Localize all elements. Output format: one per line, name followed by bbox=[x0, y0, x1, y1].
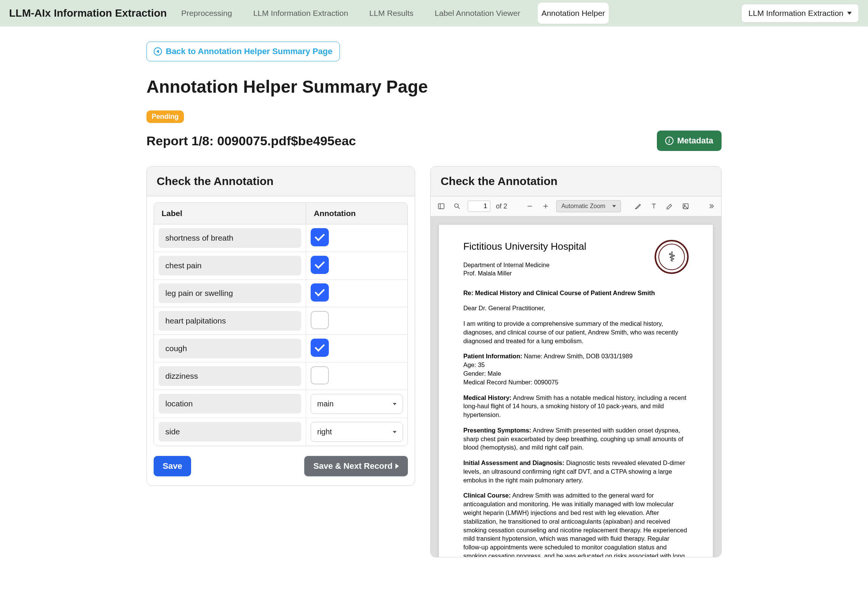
table-row: heart palpitations bbox=[154, 307, 408, 335]
svg-rect-0 bbox=[439, 204, 444, 208]
report-row: Report 1/8: 0090075.pdf$be495eac i Metad… bbox=[146, 131, 722, 151]
page-content: Back to Annotation Helper Summary Page A… bbox=[71, 26, 797, 580]
patient-info-block: Patient Information: Name: Andrew Smith,… bbox=[463, 352, 689, 386]
page-title: Annotation Helper Summary Page bbox=[146, 76, 722, 97]
table-row: cough bbox=[154, 335, 408, 362]
nav-item-llm-results[interactable]: LLM Results bbox=[366, 3, 417, 24]
app-title: LLM-AIx Information Extraction bbox=[9, 7, 167, 19]
search-icon[interactable] bbox=[452, 201, 462, 212]
salutation: Dear Dr. General Practitioner, bbox=[463, 304, 689, 313]
save-button[interactable]: Save bbox=[154, 456, 191, 476]
pdf-viewport[interactable]: Fictitious University Hospital Departmen… bbox=[431, 216, 721, 557]
department-name: Department of Internal Medicine bbox=[463, 261, 586, 269]
re-line: Re: Medical History and Clinical Course … bbox=[463, 289, 655, 296]
save-next-button[interactable]: Save & Next Record bbox=[304, 456, 408, 476]
more-tools-icon[interactable] bbox=[705, 201, 716, 212]
check-icon bbox=[315, 286, 325, 297]
annotation-checkbox[interactable] bbox=[311, 228, 329, 246]
nav-item-label-annotation-viewer[interactable]: Label Annotation Viewer bbox=[431, 3, 524, 24]
label-chip: leg pain or swelling bbox=[159, 283, 301, 303]
table-row: chest pain bbox=[154, 252, 408, 280]
presenting-symptoms-block: Presenting Symptoms: Andrew Smith presen… bbox=[463, 426, 689, 452]
table-row: leg pain or swelling bbox=[154, 280, 408, 307]
annotation-select-value: right bbox=[317, 428, 332, 436]
check-icon bbox=[315, 231, 325, 241]
mode-select[interactable]: LLM Information Extraction bbox=[741, 4, 859, 23]
nav-item-annotation-helper[interactable]: Annotation Helper bbox=[538, 3, 609, 24]
top-bar: LLM-AIx Information Extraction Preproces… bbox=[0, 0, 868, 26]
pdf-letterhead: Fictitious University Hospital Departmen… bbox=[463, 240, 689, 278]
nav-item-preprocessing[interactable]: Preprocessing bbox=[177, 3, 236, 24]
chevron-down-icon bbox=[847, 12, 852, 15]
annotation-panel-title: Check the Annotation bbox=[147, 166, 415, 196]
svg-line-3 bbox=[458, 207, 460, 209]
pdf-toolbar: of 2 Automatic Zoom bbox=[431, 196, 721, 216]
check-icon bbox=[315, 342, 325, 352]
pdf-page: Fictitious University Hospital Departmen… bbox=[439, 225, 713, 557]
save-next-button-label: Save & Next Record bbox=[313, 461, 392, 471]
zoom-select[interactable]: Automatic Zoom bbox=[556, 200, 621, 212]
hospital-name: Fictitious University Hospital bbox=[463, 240, 586, 254]
professor-name: Prof. Malala Miller bbox=[463, 269, 586, 278]
chevron-down-icon bbox=[612, 205, 616, 207]
check-icon bbox=[315, 259, 325, 269]
label-chip: location bbox=[159, 394, 301, 414]
intro-paragraph: I am writing to provide a comprehensive … bbox=[463, 319, 689, 345]
draw-icon[interactable] bbox=[664, 201, 675, 212]
svg-point-10 bbox=[684, 205, 685, 206]
page-of-label: of 2 bbox=[496, 202, 507, 210]
annotation-select-value: main bbox=[317, 400, 333, 408]
column-header-label: Label bbox=[154, 203, 306, 224]
text-icon[interactable] bbox=[649, 201, 659, 212]
annotation-checkbox[interactable] bbox=[311, 339, 329, 357]
annotation-table: Label Annotation shortness of breathches… bbox=[154, 202, 408, 446]
panels: Check the Annotation Label Annotation sh… bbox=[146, 166, 722, 557]
info-icon: i bbox=[665, 137, 674, 145]
nav-item-llm-information-extraction[interactable]: LLM Information Extraction bbox=[249, 3, 352, 24]
label-chip: cough bbox=[159, 339, 301, 358]
hospital-seal-icon: ⚕ bbox=[655, 240, 689, 274]
zoom-in-icon[interactable] bbox=[540, 201, 551, 212]
column-header-annotation: Annotation bbox=[306, 203, 408, 224]
image-icon[interactable] bbox=[680, 201, 691, 212]
svg-point-2 bbox=[455, 204, 459, 207]
mode-select-label: LLM Information Extraction bbox=[748, 9, 843, 18]
label-chip: dizziness bbox=[159, 366, 301, 386]
label-chip: chest pain bbox=[159, 256, 301, 275]
chevron-down-icon bbox=[393, 431, 397, 433]
annotation-select[interactable]: right bbox=[311, 422, 403, 442]
back-link-label: Back to Annotation Helper Summary Page bbox=[166, 47, 333, 56]
annotation-checkbox[interactable] bbox=[311, 311, 329, 329]
table-row: sideright bbox=[154, 418, 408, 446]
status-badge: Pending bbox=[146, 110, 184, 123]
page-number-input[interactable] bbox=[468, 201, 490, 212]
annotation-panel: Check the Annotation Label Annotation sh… bbox=[146, 166, 415, 486]
table-row: dizziness bbox=[154, 362, 408, 390]
metadata-button[interactable]: i Metadata bbox=[657, 131, 722, 151]
label-chip: side bbox=[159, 422, 301, 442]
annotation-checkbox[interactable] bbox=[311, 283, 329, 302]
table-row: shortness of breath bbox=[154, 224, 408, 252]
chevron-right-icon bbox=[395, 463, 399, 469]
metadata-button-label: Metadata bbox=[677, 136, 713, 146]
arrow-left-circle-icon bbox=[154, 47, 162, 56]
document-panel: Check the Annotation of 2 Autom bbox=[430, 166, 722, 557]
sidebar-toggle-icon[interactable] bbox=[436, 201, 446, 212]
back-link[interactable]: Back to Annotation Helper Summary Page bbox=[146, 42, 340, 61]
medical-history-block: Medical History: Andrew Smith has a nota… bbox=[463, 393, 689, 419]
highlight-icon[interactable] bbox=[633, 201, 643, 212]
status-row: Pending bbox=[146, 110, 722, 123]
annotation-select[interactable]: main bbox=[311, 394, 403, 414]
clinical-course-block: Clinical Course: Andrew Smith was admitt… bbox=[463, 491, 689, 557]
annotation-panel-body: Label Annotation shortness of breathches… bbox=[147, 196, 415, 485]
zoom-out-icon[interactable] bbox=[524, 201, 535, 212]
table-row: locationmain bbox=[154, 390, 408, 418]
annotation-checkbox[interactable] bbox=[311, 256, 329, 274]
chevron-down-icon bbox=[393, 403, 397, 405]
label-chip: shortness of breath bbox=[159, 228, 301, 248]
annotation-checkbox[interactable] bbox=[311, 366, 329, 384]
initial-assessment-block: Initial Assessment and Diagnosis: Diagno… bbox=[463, 459, 689, 484]
report-title: Report 1/8: 0090075.pdf$be495eac bbox=[146, 134, 356, 148]
top-nav: PreprocessingLLM Information ExtractionL… bbox=[177, 3, 731, 24]
annotation-table-header: Label Annotation bbox=[154, 203, 408, 224]
